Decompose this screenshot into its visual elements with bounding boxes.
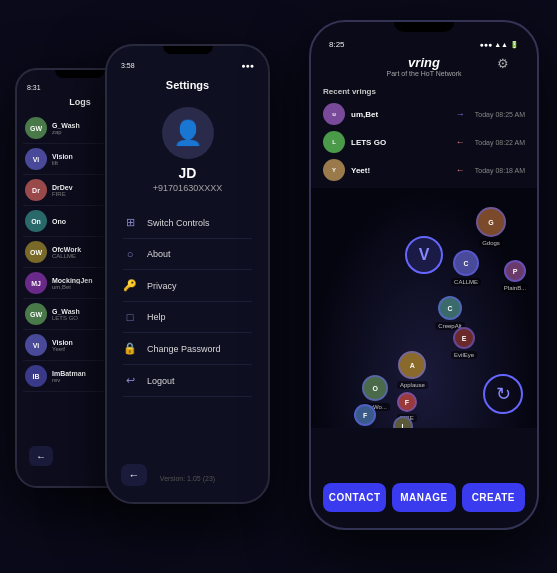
- recent-vring-time: Today 08:25 AM: [475, 111, 525, 118]
- network-node[interactable]: C CreepAlt: [435, 296, 464, 330]
- vring-center-logo: V: [405, 236, 443, 274]
- recent-vrings-title: Recent vrings: [323, 87, 525, 96]
- settings-menu-item[interactable]: ○ About: [123, 239, 252, 270]
- log-avatar: GW: [25, 117, 47, 139]
- log-avatar: Dr: [25, 179, 47, 201]
- network-node-label: Gdogs: [479, 239, 503, 247]
- phone-settings: 3:58 ●●● Settings 👤 JD +91701630XXXX ⊞ S…: [105, 44, 270, 504]
- vring-network-visualization: V ↻ G Gdogs C CALLME P PlainB... C Creep…: [311, 188, 537, 428]
- log-avatar: OW: [25, 241, 47, 263]
- recent-vring-item[interactable]: u um,Bet → Today 08:25 AM: [323, 100, 525, 128]
- network-node-avatar: I: [393, 416, 413, 428]
- network-node[interactable]: E EvilEye: [451, 327, 477, 359]
- settings-status-bar: 3:58 ●●●: [107, 54, 268, 73]
- settings-menu-icon: 🔒: [123, 342, 137, 355]
- network-node-avatar: F: [354, 404, 376, 426]
- network-node-label: CALLME: [451, 278, 481, 286]
- network-node[interactable]: F FAMILY: [352, 404, 379, 428]
- settings-title: Settings: [107, 73, 268, 97]
- settings-menu-icon: 🔑: [123, 279, 137, 292]
- settings-avatar-section: 👤 JD +91701630XXXX: [107, 97, 268, 201]
- settings-menu-icon: ○: [123, 248, 137, 260]
- recent-vring-name: um,Bet: [351, 110, 446, 119]
- vring-action-buttons: CONTACT MANAGE CREATE: [323, 483, 525, 512]
- settings-menu: ⊞ Switch Controls ○ About 🔑 Privacy □ He…: [107, 201, 268, 403]
- network-node-avatar: F: [397, 392, 417, 412]
- network-node-avatar: G: [476, 207, 506, 237]
- settings-menu-item[interactable]: 🔒 Change Password: [123, 333, 252, 365]
- settings-version: Version: 1.05 (23): [107, 475, 268, 482]
- network-node-avatar: C: [438, 296, 462, 320]
- recent-vring-item[interactable]: L LETS GO ← Today 08:22 AM: [323, 128, 525, 156]
- network-node-label: PlainB...: [501, 284, 529, 292]
- log-avatar: MJ: [25, 272, 47, 294]
- settings-menu-label: Privacy: [147, 281, 177, 291]
- network-node[interactable]: I It Cap'!: [390, 416, 415, 428]
- settings-menu-label: About: [147, 249, 171, 259]
- network-node-label: EvilEye: [451, 351, 477, 359]
- network-node[interactable]: G Gdogs: [476, 207, 506, 247]
- settings-menu-icon: ↩: [123, 374, 137, 387]
- settings-menu-item[interactable]: □ Help: [123, 302, 252, 333]
- contact-button[interactable]: CONTACT: [323, 483, 386, 512]
- settings-menu-icon: □: [123, 311, 137, 323]
- settings-time: 3:58: [121, 62, 135, 69]
- network-node-avatar: C: [453, 250, 479, 276]
- recent-vring-avatar: Y: [323, 159, 345, 181]
- log-avatar: IB: [25, 365, 47, 387]
- vring-direction-arrow: →: [456, 109, 465, 119]
- settings-menu-label: Change Password: [147, 344, 221, 354]
- create-button[interactable]: CREATE: [462, 483, 525, 512]
- recent-vring-name: Yeet!: [351, 166, 446, 175]
- recent-vring-time: Today 08:22 AM: [475, 139, 525, 146]
- gear-icon[interactable]: ⚙: [497, 56, 509, 71]
- network-node-avatar: P: [504, 260, 526, 282]
- vring-direction-arrow: ←: [456, 165, 465, 175]
- settings-menu-icon: ⊞: [123, 216, 137, 229]
- recent-vring-avatar: u: [323, 103, 345, 125]
- log-avatar: Vi: [25, 334, 47, 356]
- settings-menu-item[interactable]: ↩ Logout: [123, 365, 252, 397]
- vring-time: 8:25: [329, 40, 345, 49]
- vring-app-subtitle: Part of the HoT Network: [311, 70, 537, 77]
- settings-initials: JD: [179, 165, 197, 181]
- logs-back-button[interactable]: ←: [29, 446, 53, 466]
- recent-vring-name: LETS GO: [351, 138, 446, 147]
- recent-vring-time: Today 08:18 AM: [475, 167, 525, 174]
- phone-vring: 8:25 ●●● ▲▲ 🔋 vring Part of the HoT Netw…: [309, 20, 539, 530]
- network-node-label: Applause: [397, 381, 428, 389]
- refresh-button[interactable]: ↻: [483, 374, 523, 414]
- settings-menu-label: Logout: [147, 376, 175, 386]
- network-node-avatar: A: [398, 351, 426, 379]
- network-node[interactable]: A Applause: [397, 351, 428, 389]
- network-node[interactable]: P PlainB...: [501, 260, 529, 292]
- settings-phone-number: +91701630XXXX: [153, 183, 222, 193]
- vring-signal-icons: ●●● ▲▲ 🔋: [480, 41, 519, 49]
- network-node-avatar: O: [362, 375, 388, 401]
- settings-avatar: 👤: [162, 107, 214, 159]
- logs-time: 8:31: [27, 84, 41, 91]
- vring-direction-arrow: ←: [456, 137, 465, 147]
- log-avatar: On: [25, 210, 47, 232]
- network-node[interactable]: C CALLME: [451, 250, 481, 286]
- settings-menu-label: Switch Controls: [147, 218, 210, 228]
- recent-vring-item[interactable]: Y Yeet! ← Today 08:18 AM: [323, 156, 525, 184]
- log-avatar: GW: [25, 303, 47, 325]
- vring-status-bar: 8:25 ●●● ▲▲ 🔋: [311, 32, 537, 53]
- recent-vring-avatar: L: [323, 131, 345, 153]
- settings-menu-label: Help: [147, 312, 166, 322]
- settings-menu-item[interactable]: ⊞ Switch Controls: [123, 207, 252, 239]
- network-node-avatar: E: [453, 327, 475, 349]
- log-avatar: Vi: [25, 148, 47, 170]
- recent-vrings-section: Recent vrings u um,Bet → Today 08:25 AM …: [311, 83, 537, 188]
- manage-button[interactable]: MANAGE: [392, 483, 455, 512]
- settings-menu-item[interactable]: 🔑 Privacy: [123, 270, 252, 302]
- settings-signal: ●●●: [241, 62, 254, 69]
